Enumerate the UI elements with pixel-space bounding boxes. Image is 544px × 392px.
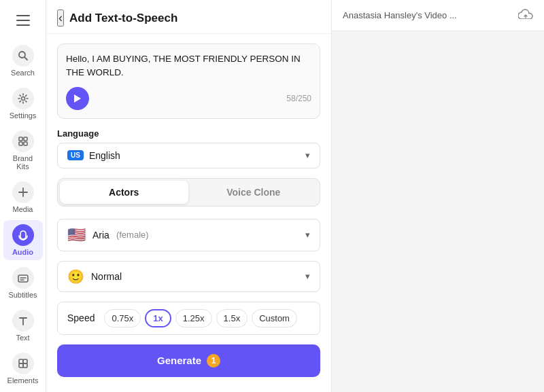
mood-chevron-icon: ▾ bbox=[305, 271, 310, 281]
generate-label: Generate bbox=[157, 355, 201, 366]
speed-options: 0.75x 1x 1.25x 1.5x Custom bbox=[104, 309, 296, 327]
brand-kits-icon bbox=[12, 130, 34, 152]
sidebar-item-media[interactable]: Media bbox=[3, 177, 43, 217]
speed-0.75x[interactable]: 0.75x bbox=[104, 309, 141, 327]
media-icon bbox=[12, 181, 34, 203]
text-icon bbox=[12, 310, 34, 332]
char-count: 58/250 bbox=[286, 94, 311, 103]
sidebar-item-settings-label: Settings bbox=[10, 111, 37, 120]
sidebar-item-text[interactable]: Text bbox=[3, 306, 43, 346]
sidebar-item-elements-label: Elements bbox=[7, 376, 39, 385]
panel-header: ‹ Add Text-to-Speech bbox=[46, 0, 331, 34]
sidebar-item-subtitles-label: Subtitles bbox=[8, 291, 37, 299]
sidebar-item-audio[interactable]: Audio bbox=[3, 220, 43, 260]
sidebar: Search Settings Brand Kits bbox=[0, 0, 46, 392]
subtitles-icon bbox=[12, 267, 34, 289]
mood-emoji-icon: 🙂 bbox=[67, 268, 84, 285]
cloud-icon[interactable] bbox=[518, 8, 533, 22]
mood-dropdown-left: 🙂 Normal bbox=[67, 268, 122, 285]
language-dropdown-left: US English bbox=[67, 150, 120, 161]
preview-header: Anastasia Hansley's Video ... bbox=[332, 0, 544, 31]
sidebar-item-search[interactable]: Search bbox=[3, 41, 43, 81]
sidebar-item-settings[interactable]: Settings bbox=[3, 84, 43, 124]
elements-icon bbox=[12, 353, 34, 374]
language-name: English bbox=[89, 150, 120, 161]
svg-rect-1 bbox=[16, 20, 30, 21]
svg-line-4 bbox=[24, 57, 27, 60]
svg-rect-13 bbox=[18, 275, 28, 282]
back-button[interactable]: ‹ bbox=[57, 10, 64, 26]
actor-flag-icon: 🇺🇸 bbox=[67, 226, 86, 244]
panel-title: Add Text-to-Speech bbox=[69, 12, 177, 25]
text-content[interactable]: Hello, I AM BUYING, THE MOST FRIENDLY PE… bbox=[66, 52, 311, 80]
audio-icon bbox=[12, 224, 34, 246]
sidebar-item-search-label: Search bbox=[11, 69, 35, 77]
actor-chevron-icon: ▾ bbox=[305, 230, 310, 240]
language-label: Language bbox=[57, 128, 320, 139]
preview-panel: Anastasia Hansley's Video ... bbox=[332, 0, 544, 392]
sidebar-item-media-label: Media bbox=[13, 205, 33, 213]
generate-count-badge: 1 bbox=[207, 354, 220, 368]
panel-content: Hello, I AM BUYING, THE MOST FRIENDLY PE… bbox=[46, 34, 331, 387]
actor-gender: (female) bbox=[116, 230, 149, 240]
svg-rect-6 bbox=[19, 137, 22, 141]
sidebar-item-brand-kits-label: Brand Kits bbox=[9, 154, 37, 171]
speed-1.25x[interactable]: 1.25x bbox=[175, 309, 212, 327]
tab-actors[interactable]: Actors bbox=[60, 181, 188, 204]
mood-name: Normal bbox=[91, 271, 122, 282]
sidebar-item-audio-label: Audio bbox=[12, 248, 33, 256]
main-panel: ‹ Add Text-to-Speech Hello, I AM BUYING,… bbox=[46, 0, 332, 392]
sidebar-item-subtitles[interactable]: Subtitles bbox=[3, 263, 43, 303]
actor-dropdown[interactable]: 🇺🇸 Aria (female) ▾ bbox=[57, 219, 320, 251]
svg-rect-7 bbox=[24, 137, 27, 141]
language-chevron-icon: ▾ bbox=[305, 150, 310, 160]
sidebar-item-text-label: Text bbox=[16, 334, 29, 342]
menu-icon[interactable] bbox=[10, 8, 37, 33]
svg-rect-21 bbox=[23, 363, 27, 368]
speed-1.5x[interactable]: 1.5x bbox=[216, 309, 248, 327]
text-box: Hello, I AM BUYING, THE MOST FRIENDLY PE… bbox=[57, 43, 320, 119]
speed-row: Speed 0.75x 1x 1.25x 1.5x Custom bbox=[57, 302, 320, 335]
actor-dropdown-left: 🇺🇸 Aria (female) bbox=[67, 226, 149, 244]
tab-switcher: Actors Voice Clone bbox=[57, 178, 320, 207]
sidebar-item-brand-kits[interactable]: Brand Kits bbox=[3, 126, 43, 175]
svg-rect-8 bbox=[19, 142, 22, 145]
actor-name: Aria bbox=[92, 230, 109, 240]
text-controls: 58/250 bbox=[66, 87, 311, 110]
svg-rect-0 bbox=[16, 15, 30, 16]
sidebar-item-elements[interactable]: Elements bbox=[3, 349, 43, 389]
svg-rect-19 bbox=[23, 359, 27, 363]
tab-voice-clone[interactable]: Voice Clone bbox=[190, 181, 318, 204]
gear-icon bbox=[12, 88, 34, 109]
svg-rect-20 bbox=[19, 363, 23, 368]
search-icon bbox=[12, 45, 34, 67]
svg-point-5 bbox=[21, 97, 24, 101]
language-flag: US bbox=[67, 150, 84, 160]
svg-rect-2 bbox=[16, 24, 30, 26]
mood-dropdown[interactable]: 🙂 Normal ▾ bbox=[57, 261, 320, 292]
language-dropdown[interactable]: US English ▾ bbox=[57, 143, 320, 168]
speed-1x[interactable]: 1x bbox=[145, 309, 171, 327]
language-section: Language US English ▾ bbox=[57, 128, 320, 168]
speed-custom[interactable]: Custom bbox=[252, 309, 297, 327]
preview-title: Anastasia Hansley's Video ... bbox=[343, 10, 457, 20]
svg-rect-9 bbox=[24, 142, 27, 145]
svg-rect-18 bbox=[19, 359, 23, 363]
speed-label: Speed bbox=[67, 313, 95, 323]
play-button[interactable] bbox=[66, 87, 89, 110]
generate-button[interactable]: Generate 1 bbox=[57, 344, 320, 377]
